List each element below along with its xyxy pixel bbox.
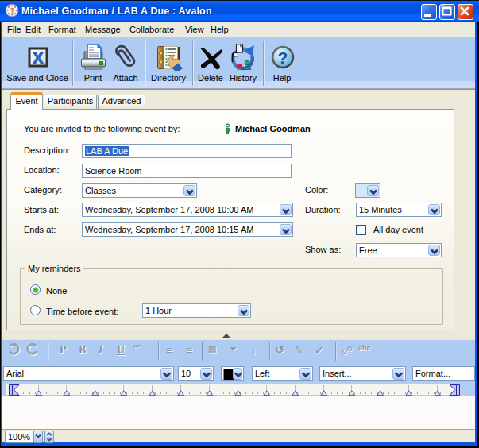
svg-text:?: ? [278,48,288,67]
svg-text:X: X [33,49,44,67]
